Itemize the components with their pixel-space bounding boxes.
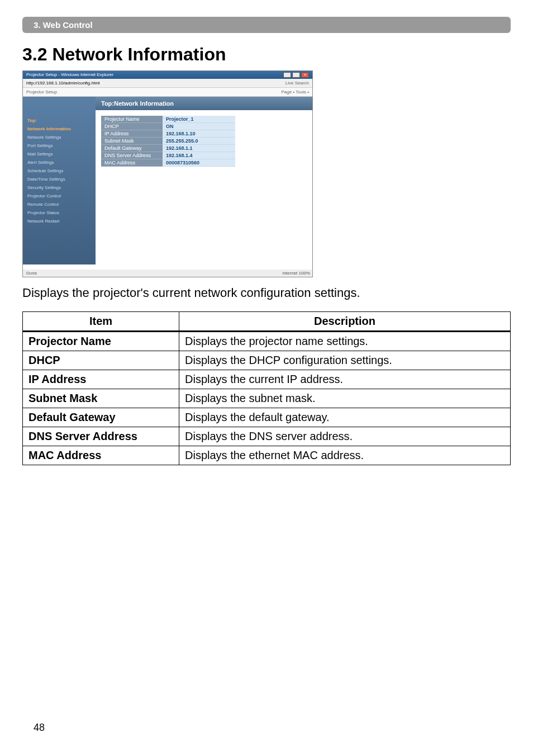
info-label: DNS Server Address: [101, 152, 163, 159]
item-cell: DHCP: [23, 351, 179, 370]
sidebar-item: Projector Status: [26, 209, 92, 217]
sidebar-nav: Top: Network Information Network Setting…: [23, 97, 96, 264]
desc-cell: Displays the DHCP configuration settings…: [179, 351, 511, 370]
item-cell: Subnet Mask: [23, 389, 179, 408]
page-number: 48: [34, 722, 45, 734]
status-bar: Done Internet 100%: [23, 270, 313, 277]
table-header-item: Item: [23, 312, 179, 332]
desc-cell: Displays the default gateway.: [179, 408, 511, 427]
info-label: Default Gateway: [101, 145, 163, 152]
sidebar-item: Security Settings: [26, 183, 92, 192]
info-row: MAC Address000087310560: [101, 159, 235, 167]
sidebar-item: Schedule Settings: [26, 167, 92, 175]
sidebar-item: Mail Settings: [26, 150, 92, 158]
search-box: Live Search: [285, 81, 309, 86]
minimize-icon: _: [283, 72, 291, 78]
tab-title: Projector Setup: [26, 89, 57, 94]
chapter-header: 3. Web Control: [22, 17, 511, 33]
window-titlebar: Projector Setup - Windows Internet Explo…: [23, 71, 312, 79]
sidebar-top-label: Top:: [26, 116, 92, 125]
info-label: MAC Address: [101, 159, 163, 167]
info-label: DHCP: [101, 123, 163, 130]
table-row: DNS Server AddressDisplays the DNS serve…: [23, 427, 511, 446]
item-cell: MAC Address: [23, 446, 179, 465]
item-cell: DNS Server Address: [23, 427, 179, 446]
sidebar-item: Network Restart: [26, 217, 92, 225]
info-row: DHCPON: [101, 123, 235, 130]
table-row: Default GatewayDisplays the default gate…: [23, 408, 511, 427]
info-row: Subnet Mask255.255.255.0: [101, 138, 235, 145]
desc-cell: Displays the ethernet MAC address.: [179, 446, 511, 465]
info-row: Default Gateway192.168.1.1: [101, 145, 235, 152]
url-text: http://192.168.1.10/admin/config.html: [26, 81, 100, 86]
info-value: ON: [163, 123, 235, 130]
desc-cell: Displays the DNS server address.: [179, 427, 511, 446]
info-value: 000087310560: [163, 159, 235, 167]
info-row: IP Address192.168.1.10: [101, 130, 235, 138]
table-row: IP AddressDisplays the current IP addres…: [23, 370, 511, 389]
info-label: IP Address: [101, 130, 163, 138]
info-value: 255.255.255.0: [163, 138, 235, 145]
browser-toolbar: Projector Setup Page • Tools •: [23, 88, 312, 97]
status-left: Done: [26, 271, 37, 276]
desc-cell: Displays the projector name settings.: [179, 332, 511, 351]
info-row: DNS Server Address192.168.1.4: [101, 152, 235, 159]
status-right: Internet 100%: [282, 271, 310, 276]
item-cell: IP Address: [23, 370, 179, 389]
close-icon: ×: [301, 72, 309, 78]
window-title: Projector Setup - Windows Internet Explo…: [26, 72, 113, 78]
description-text: Displays the projector's current network…: [22, 286, 511, 300]
screenshot-figure: Projector Setup - Windows Internet Explo…: [22, 70, 313, 277]
maximize-icon: □: [292, 72, 300, 78]
table-row: DHCPDisplays the DHCP configuration sett…: [23, 351, 511, 370]
info-label: Subnet Mask: [101, 138, 163, 145]
table-header-description: Description: [179, 312, 511, 332]
section-title: 3.2 Network Information: [22, 44, 511, 65]
address-bar: http://192.168.1.10/admin/config.html Li…: [23, 79, 312, 88]
info-value: 192.168.1.10: [163, 130, 235, 138]
panel-header: Top:Network Information: [96, 97, 312, 110]
table-row: Projector NameDisplays the projector nam…: [23, 332, 511, 351]
info-value: 192.168.1.1: [163, 145, 235, 152]
info-value: Projector_1: [163, 116, 235, 123]
sidebar-item: Network Information: [26, 125, 92, 133]
info-row: Projector NameProjector_1: [101, 116, 235, 123]
item-cell: Projector Name: [23, 332, 179, 351]
network-info-panel: Projector NameProjector_1 DHCPON IP Addr…: [101, 116, 235, 167]
info-value: 192.168.1.4: [163, 152, 235, 159]
sidebar-item: Port Settings: [26, 141, 92, 150]
item-description-table: Item Description Projector NameDisplays …: [22, 311, 511, 465]
info-label: Projector Name: [101, 116, 163, 123]
sidebar-item: Date/Time Settings: [26, 175, 92, 183]
item-cell: Default Gateway: [23, 408, 179, 427]
sidebar-item: Network Settings: [26, 133, 92, 141]
table-row: Subnet MaskDisplays the subnet mask.: [23, 389, 511, 408]
desc-cell: Displays the subnet mask.: [179, 389, 511, 408]
sidebar-item: Remote Control: [26, 200, 92, 209]
desc-cell: Displays the current IP address.: [179, 370, 511, 389]
table-row: MAC AddressDisplays the ethernet MAC add…: [23, 446, 511, 465]
sidebar-item: Projector Control: [26, 192, 92, 200]
sidebar-item: Alert Settings: [26, 158, 92, 167]
toolbar-buttons: Page • Tools •: [282, 89, 309, 94]
